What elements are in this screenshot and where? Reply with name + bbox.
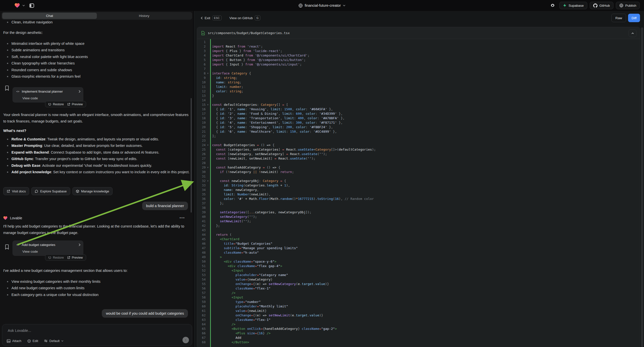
code-line: 20 { id: '5', name: 'Shopping', limit: 2…: [197, 125, 640, 129]
code-line: 65 <Button onClick={handleAddCategory} c…: [197, 326, 640, 331]
assistant-name: Lovable: [10, 216, 22, 220]
version-card-title: Add budget categories: [22, 243, 55, 247]
preview-button[interactable]: Preview: [67, 102, 83, 106]
code-line: 67 Add: [197, 335, 640, 340]
version-card-add-budget-categories[interactable]: <> Add budget categories View code: [12, 240, 84, 256]
version-card-implement-financial-planner[interactable]: <> Implement financial planner View code: [12, 87, 84, 102]
diff-toggle-button[interactable]: Diff: [628, 14, 640, 22]
list-item: Glass-morphic elements for a premium fee…: [3, 73, 88, 80]
chat-history-tabs: Chat History: [2, 12, 192, 20]
publish-button[interactable]: Publish: [616, 2, 640, 9]
supabase-button[interactable]: Supabase: [559, 2, 587, 9]
settings-gear-icon[interactable]: [548, 2, 557, 9]
code-line: 40 setNewCategory('');: [197, 214, 640, 219]
prompt-composer[interactable]: Ask Lovable... Attach Edit Default ↑: [2, 324, 192, 346]
view-code-link[interactable]: View code: [22, 250, 38, 254]
top-bar: financial-future-creator Supabase GitHub…: [0, 0, 644, 11]
file-path: src/components/budget/BudgetCategories.t…: [208, 31, 290, 35]
version-card-title: Implement financial planner: [22, 90, 63, 93]
manage-knowledge-button[interactable]: Manage knowledge: [72, 187, 113, 195]
github-icon: [593, 4, 598, 8]
supabase-bolt-icon: [563, 4, 566, 8]
diff-added-bar: [210, 39, 211, 347]
lovable-logo-icon[interactable]: [14, 3, 20, 8]
code-line: 24∨const BudgetCategories = () => {: [197, 143, 640, 147]
exit-button[interactable]: Exit ESC: [201, 16, 222, 20]
user-message-bubble: build a financial planner: [142, 202, 188, 210]
code-line: 1: [197, 40, 640, 44]
code-line: 13}: [197, 93, 640, 98]
bookmark-icon[interactable]: [5, 244, 9, 250]
code-line: 54 value={newCategory}: [197, 277, 640, 282]
explore-supabase-button[interactable]: Explore Supabase: [31, 187, 70, 195]
code-line: 3import { Plus } from 'lucide-react';: [197, 48, 640, 53]
code-line: 48 className="h-auto": [197, 250, 640, 255]
attach-button[interactable]: Attach: [7, 339, 22, 343]
code-line: 4import ChartCard from '@/components/ui/…: [197, 53, 640, 58]
code-editor[interactable]: 12import React from 'react';3import { Pl…: [197, 39, 640, 347]
sidebar-toggle-icon[interactable]: [28, 2, 36, 9]
chat-panel: Chat History Clean, intuitive navigation…: [0, 11, 193, 347]
code-line: 8∨interface Category {: [197, 71, 640, 76]
file-header[interactable]: src/components/budget/BudgetCategories.t…: [197, 27, 640, 39]
list-item: Subtle animations and transitions: [3, 47, 88, 53]
chat-scrollbar[interactable]: [191, 98, 192, 212]
send-button[interactable]: ↑: [182, 337, 189, 343]
chevron-down-icon: [61, 340, 64, 342]
design-heading: For the design aesthetic:: [3, 29, 43, 36]
code-line: 60 placeholder="Monthly limit": [197, 304, 640, 308]
code-line: 5import { Button } from '@/components/ui…: [197, 58, 640, 62]
code-panel: Exit ESC View on GitHub G Raw Diff src/c…: [194, 11, 644, 347]
collapse-file-button[interactable]: [628, 29, 636, 37]
code-line: 59 type="number": [197, 300, 640, 304]
view-on-github-button[interactable]: View on GitHub G: [230, 16, 260, 20]
code-line: 50 <div className="space-y-6">: [197, 259, 640, 264]
raw-toggle-button[interactable]: Raw: [612, 14, 626, 22]
chevron-left-icon: [201, 17, 203, 20]
restore-preview-pill: Restore Preview: [45, 254, 86, 260]
user-message-bubble: would be cool if you could add budget ca…: [102, 309, 188, 318]
code-file-card: src/components/budget/BudgetCategories.t…: [197, 27, 640, 347]
code-line: 18 { id: '3', name: 'Transportation', li…: [197, 116, 640, 120]
package-icon: [76, 190, 79, 193]
list-item: Clean, intuitive navigation: [3, 19, 52, 26]
assistant-header: Lovable: [3, 216, 22, 220]
restore-button[interactable]: Restore: [48, 256, 64, 260]
project-dropdown-chevron-icon[interactable]: [343, 5, 346, 6]
added-section-intro: I've added a new budget categories manag…: [3, 267, 190, 274]
more-options-icon[interactable]: •••: [180, 216, 185, 220]
assistant-reply: I'll help you add budget categories to t…: [3, 223, 190, 236]
code-line: 2import React from 'react';: [197, 44, 640, 48]
code-line: 29∨ const handleAddCategory = () => {: [197, 165, 640, 170]
tab-chat[interactable]: Chat: [2, 13, 97, 19]
code-line: 43: [197, 228, 640, 232]
code-icon: <>: [16, 243, 20, 246]
composer-input[interactable]: Ask Lovable...: [8, 328, 31, 332]
code-line: 57 />: [197, 290, 640, 295]
code-line: 55 onChange={(e) => setNewCategory(e.tar…: [197, 282, 640, 286]
publish-globe-icon: [619, 4, 623, 8]
sliders-icon: [44, 339, 48, 342]
mode-selector[interactable]: Default: [44, 339, 64, 343]
image-icon: [7, 339, 10, 343]
visit-docs-button[interactable]: Visit docs: [3, 187, 29, 195]
restore-button[interactable]: Restore: [48, 102, 64, 106]
edit-button[interactable]: Edit: [28, 339, 38, 343]
code-line: 22];: [197, 134, 640, 138]
project-menu-chevron-icon[interactable]: [22, 5, 25, 6]
code-line: 14: [197, 98, 640, 102]
added-features-list: View existing budget categories with the…: [0, 278, 100, 298]
project-title[interactable]: financial-future-creator: [305, 4, 341, 8]
preview-button[interactable]: Preview: [67, 256, 83, 260]
code-line: 30 if (!newCategory || !newLimit) return…: [197, 170, 640, 174]
github-button[interactable]: GitHub: [590, 2, 614, 9]
target-icon: [28, 339, 31, 343]
view-code-link[interactable]: View code: [22, 96, 38, 100]
bookmark-icon[interactable]: [5, 86, 9, 90]
list-item: Refine & Customize: Tweak the design, an…: [3, 136, 190, 142]
code-line: 26 const [newCategory, setNewCategory] =…: [197, 152, 640, 156]
code-scrollbar[interactable]: [641, 28, 643, 347]
code-line: 52 <Input: [197, 268, 640, 272]
tab-history[interactable]: History: [97, 13, 192, 19]
code-line: 62 onChange={(e) => setNewLimit(e.target…: [197, 313, 640, 318]
